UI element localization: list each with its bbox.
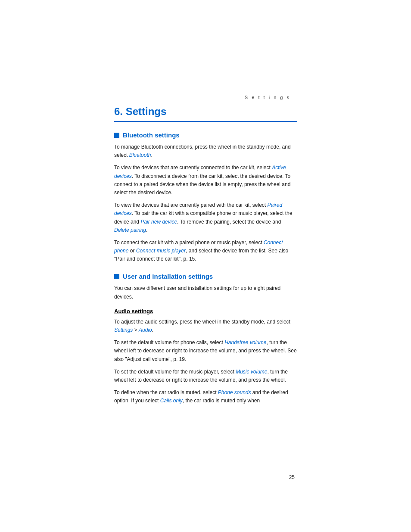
page-number: 25 — [289, 474, 295, 480]
header-section-label: S e t t i n g s — [245, 95, 290, 100]
subsection-audio: Audio settings To adjust the audio setti… — [114, 308, 297, 405]
user-installation-p1: You can save different user and installa… — [114, 284, 297, 301]
link-audio: Audio — [139, 327, 152, 333]
bluetooth-p3: To view the devices that are currently p… — [114, 201, 297, 234]
link-active-devices: Active devices — [114, 165, 286, 179]
link-phone-sounds: Phone sounds — [218, 389, 251, 395]
link-music-volume: Music volume — [236, 369, 267, 375]
subsection-title-audio: Audio settings — [114, 308, 297, 314]
section-title-user-installation: User and installation settings — [114, 273, 297, 280]
section-user-installation: User and installation settings You can s… — [114, 273, 297, 405]
bluetooth-p4: To connect the car kit with a paired pho… — [114, 239, 297, 264]
link-handsfree-volume: Handsfree volume — [224, 339, 266, 345]
audio-p4: To define when the car radio is muted, s… — [114, 389, 297, 405]
audio-p1: To adjust the audio settings, press the … — [114, 318, 297, 334]
link-connect-music-player: Connect music player — [136, 248, 186, 254]
audio-p2: To set the default volume for phone call… — [114, 339, 297, 364]
section-bluetooth: Bluetooth settings To manage Bluetooth c… — [114, 131, 297, 263]
bluetooth-p2: To view the devices that are currently c… — [114, 164, 297, 197]
link-calls-only: Calls only — [160, 398, 183, 404]
section-title-text-bluetooth: Bluetooth settings — [123, 131, 180, 139]
chapter-name-text: Settings — [126, 106, 167, 117]
chapter-number: 6. — [114, 106, 123, 117]
link-delete-pairing: Delete pairing — [114, 227, 146, 233]
main-content: 6. Settings Bluetooth settings To manage… — [114, 106, 297, 410]
chapter-title: 6. Settings — [114, 106, 297, 122]
page: S e t t i n g s 6. Settings Bluetooth se… — [0, 0, 411, 532]
link-paired-devices: Paired devices — [114, 202, 282, 216]
section-icon-bluetooth — [114, 133, 119, 138]
section-title-bluetooth: Bluetooth settings — [114, 131, 297, 139]
bluetooth-p1: To manage Bluetooth connections, press t… — [114, 143, 297, 159]
section-title-text-user-installation: User and installation settings — [123, 273, 213, 280]
section-icon-user-installation — [114, 274, 119, 279]
link-settings: Settings — [114, 327, 133, 333]
link-pair-new-device: Pair new device — [140, 219, 177, 225]
link-bluetooth: Bluetooth — [129, 152, 151, 158]
audio-p3: To set the default volume for the music … — [114, 368, 297, 384]
